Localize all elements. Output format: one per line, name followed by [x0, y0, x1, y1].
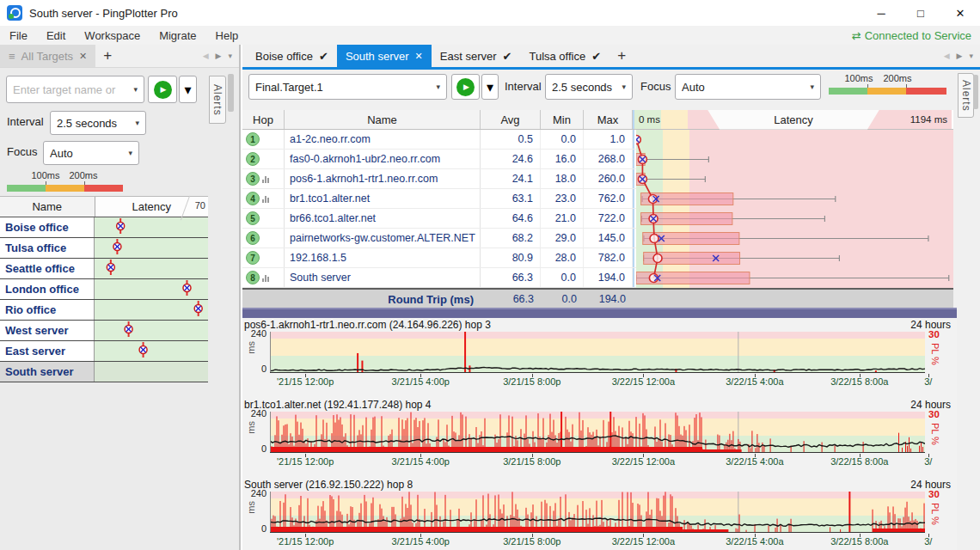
- tab-list-dropdown-icon[interactable]: ▾: [228, 52, 232, 60]
- tab-south-server[interactable]: South server✕: [337, 45, 432, 67]
- play-icon: ▶: [456, 78, 475, 96]
- maximize-icon[interactable]: □: [901, 0, 940, 26]
- target-list-item[interactable]: Seattle office: [0, 259, 208, 279]
- targets-latency-scale-max: 70: [195, 200, 205, 211]
- graph-plot-area[interactable]: [270, 492, 925, 533]
- focus-dropdown[interactable]: Auto ▾: [43, 141, 139, 165]
- hop-number-cell: 6: [242, 229, 285, 248]
- menu-item-file[interactable]: File: [0, 29, 37, 42]
- hop-name: a1-2c.neo.rr.com: [285, 130, 481, 149]
- graph-plot-area[interactable]: [270, 412, 925, 453]
- start-trace-button[interactable]: ▶: [148, 76, 177, 103]
- main-focus-label: Focus: [640, 80, 671, 93]
- menu-item-workspace[interactable]: Workspace: [75, 29, 150, 42]
- scale-red-segment: [906, 88, 946, 95]
- min-col-header[interactable]: Min: [541, 110, 584, 129]
- main-start-trace-options-button[interactable]: ▾: [481, 74, 499, 100]
- target-select-value: Final.Target.1: [255, 81, 432, 94]
- menu-item-migrate[interactable]: Migrate: [150, 29, 205, 42]
- latency-color-scale: [7, 185, 123, 192]
- tab-close-icon[interactable]: ✕: [79, 51, 87, 62]
- timeline-graph-icon: [262, 175, 269, 183]
- hop-avg: 66.3: [481, 268, 541, 287]
- scroll-right-icon[interactable]: ▶: [957, 52, 963, 60]
- hop-number-cell: 7: [242, 248, 285, 267]
- target-entry-input[interactable]: Enter target name or ▾: [6, 76, 144, 103]
- hop-avg: 24.6: [481, 150, 541, 168]
- hop-name: br66.tco1.alter.net: [285, 209, 481, 228]
- play-icon: ▶: [154, 81, 172, 99]
- target-list-item[interactable]: Boise office: [0, 217, 208, 238]
- app-logo-icon: [7, 5, 22, 21]
- graph-plot-area[interactable]: [270, 332, 925, 373]
- main-scrollbar-thumb[interactable]: [973, 75, 978, 109]
- target-list-item[interactable]: Rio office: [0, 300, 208, 321]
- avg-col-header[interactable]: Avg: [481, 110, 541, 129]
- target-list-item[interactable]: London office: [0, 279, 208, 300]
- new-tab-button[interactable]: +: [95, 45, 119, 67]
- connection-status[interactable]: ⇄ Connected to Service: [852, 29, 971, 42]
- latency-col-header[interactable]: 0 ms Latency 1194 ms: [634, 110, 952, 129]
- scale-green-segment: [7, 185, 46, 192]
- targets-name-header[interactable]: Name: [0, 197, 95, 217]
- close-icon[interactable]: ✕: [940, 0, 980, 26]
- scroll-right-icon[interactable]: ▶: [216, 52, 222, 60]
- targets-summary-table: Name Latency 70 Boise officeTulsa office…: [0, 196, 208, 382]
- hop-min: 21.0: [541, 209, 584, 228]
- pane-splitter[interactable]: [242, 308, 957, 318]
- target-list-item[interactable]: East server: [0, 341, 208, 362]
- hop-number-badge: 5: [246, 211, 260, 225]
- tab-boise-office[interactable]: Boise office✔: [247, 45, 337, 67]
- tab-all-targets[interactable]: ≡ All Targets ✕: [0, 45, 95, 67]
- hop-table-header: Hop Name Avg Min Max 0 ms Latency 1194 m…: [242, 110, 953, 130]
- header-slant-divider: [181, 196, 190, 221]
- pl-axis-max-label: 30: [928, 489, 940, 499]
- pl-axis-unit-label: PL %: [930, 343, 940, 365]
- scroll-left-icon[interactable]: ◀: [203, 52, 209, 60]
- graph-plot-svg: [270, 492, 925, 533]
- max-col-header[interactable]: Max: [584, 110, 633, 129]
- pl-axis-unit-label: PL %: [930, 503, 940, 525]
- chevron-down-icon[interactable]: ▾: [133, 85, 138, 94]
- targets-latency-header[interactable]: Latency 70: [95, 197, 208, 217]
- main-panel: Boise office✔South server✕East server✔Tu…: [242, 45, 980, 550]
- x-axis-label: 3/22/15 12:00a: [604, 456, 682, 467]
- tab-east-server[interactable]: East server✔: [432, 45, 521, 67]
- menu-item-edit[interactable]: Edit: [37, 29, 75, 42]
- hop-number-badge: 8: [246, 271, 260, 284]
- alerts-side-tab-left[interactable]: Alerts: [209, 76, 226, 124]
- start-trace-options-button[interactable]: ▾: [179, 76, 197, 103]
- list-icon: ≡: [9, 50, 15, 63]
- main-interval-dropdown[interactable]: 2.5 seconds ▾: [545, 74, 633, 100]
- target-name: South server: [0, 362, 95, 382]
- name-col-header[interactable]: Name: [285, 110, 481, 129]
- y-axis-unit-label: ms: [246, 421, 256, 434]
- x-axis-label: 3/: [890, 456, 957, 467]
- main-focus-dropdown[interactable]: Auto ▾: [675, 74, 821, 100]
- target-list-item[interactable]: West server: [0, 321, 208, 341]
- chevron-down-icon: ▾: [128, 149, 132, 157]
- tab-tulsa-office[interactable]: Tulsa office✔: [520, 45, 609, 67]
- tab-close-icon[interactable]: ✕: [415, 51, 423, 62]
- hop-col-header[interactable]: Hop: [242, 110, 285, 129]
- graph-x-axis: '21/15 12:00p3/21/15 4:00p3/21/15 8:00p3…: [242, 534, 957, 547]
- new-target-tab-button[interactable]: +: [609, 45, 634, 67]
- alerts-side-tab-main[interactable]: Alerts: [958, 73, 974, 118]
- hop-latency-chart: [636, 130, 953, 288]
- target-select-combo[interactable]: Final.Target.1 ▾: [248, 74, 447, 100]
- left-panel: ≡ All Targets ✕ + ◀ ▶ ▾ Enter target nam…: [0, 45, 241, 550]
- scroll-left-icon[interactable]: ◀: [944, 52, 950, 60]
- target-list-item[interactable]: South server: [0, 362, 208, 382]
- menu-item-help[interactable]: Help: [206, 29, 248, 42]
- main-latency-color-scale: [829, 88, 946, 95]
- tab-list-dropdown-icon[interactable]: ▾: [969, 52, 973, 60]
- interval-dropdown[interactable]: 2.5 seconds ▾: [50, 111, 146, 135]
- minimize-icon[interactable]: ─: [861, 0, 901, 26]
- left-scrollbar-thumb[interactable]: [228, 74, 234, 112]
- x-axis-label: 3/22/15 4:00a: [716, 456, 793, 467]
- main-start-trace-button[interactable]: ▶: [451, 74, 480, 100]
- timeline-graph-3: South server (216.92.150.222) hop 824 ho…: [242, 479, 957, 547]
- hop-avg: 64.6: [481, 209, 541, 228]
- graph-x-axis: '21/15 12:00p3/21/15 4:00p3/21/15 8:00p3…: [242, 374, 957, 388]
- target-list-item[interactable]: Tulsa office: [0, 238, 208, 259]
